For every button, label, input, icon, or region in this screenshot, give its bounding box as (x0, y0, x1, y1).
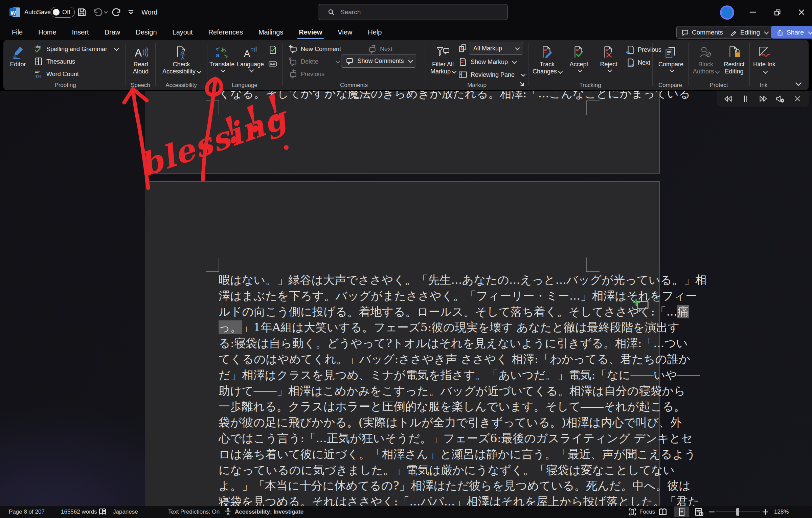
autosave-toggle[interactable]: Off (51, 0, 75, 24)
text-predictions-indicator[interactable]: Text Predictions: On (168, 506, 220, 518)
read-aloud-pause-button[interactable] (739, 92, 752, 106)
markup-state-icon (458, 43, 468, 54)
margin-new-comment-button[interactable] (632, 298, 650, 315)
previous-change-button[interactable]: Previous (625, 44, 661, 55)
chevron-down-icon (221, 68, 225, 72)
spelling-grammar-button[interactable]: abc Spelling and Grammar (34, 43, 122, 55)
tab-draw[interactable]: Draw (97, 24, 128, 40)
delete-comment-button[interactable]: Delete (288, 56, 339, 67)
margin-new-comment-icon (632, 298, 650, 313)
search-placeholder: Search (340, 8, 361, 16)
editor-icon (11, 45, 25, 60)
read-aloud-settings-button[interactable] (773, 92, 787, 106)
pause-icon (741, 94, 751, 104)
word-count-indicator[interactable]: 165562 words (61, 506, 97, 518)
read-aloud-next-button[interactable] (756, 92, 770, 106)
accessibility-person-icon (224, 508, 232, 516)
chevron-down-icon (715, 69, 720, 74)
show-comments-button[interactable]: Show Comments (341, 54, 416, 68)
web-layout-button[interactable] (694, 506, 704, 518)
delete-comment-icon (288, 57, 298, 66)
zoom-level[interactable]: 128% (774, 506, 789, 518)
next-comment-icon (367, 44, 377, 54)
read-mode-button[interactable] (658, 506, 668, 518)
tab-design[interactable]: Design (128, 24, 164, 40)
language-icon: A 가 (243, 45, 257, 60)
next-comment-button[interactable]: Next (367, 43, 392, 55)
minimize-button[interactable] (744, 0, 761, 24)
proofing-book-icon (98, 508, 107, 516)
comments-button[interactable]: Comments (676, 26, 728, 39)
zoom-slider-thumb[interactable] (736, 508, 739, 516)
new-comment-button[interactable]: New Comment (288, 43, 341, 55)
markup-view-select[interactable]: All Markup (469, 42, 523, 55)
undo-button[interactable] (93, 0, 108, 24)
set-proofing-language-button[interactable] (268, 44, 277, 55)
read-aloud-previous-button[interactable] (722, 92, 735, 106)
document-page-2[interactable]: 暇はない。」緑谷は大声でささやく。「先生...あなたの...えっと...バッグが… (145, 181, 660, 506)
word-count-icon: 123 (34, 69, 43, 79)
reviewing-pane-button[interactable]: Reviewing Pane (458, 69, 524, 81)
tab-insert[interactable]: Insert (64, 24, 97, 40)
page-indicator[interactable]: Page 8 of 207 (9, 506, 45, 518)
pages-markup-icon (458, 44, 468, 53)
chevron-down-icon (197, 69, 201, 74)
document-line: 澤はまぶたを下ろす。バッグがまたささやく。「フィーリー・ミー...」相澤はそれを… (219, 288, 587, 304)
customize-toolbar-icon (128, 9, 134, 15)
comments-icon (681, 29, 689, 36)
word-count-button[interactable]: 123 Word Count (34, 68, 79, 80)
language-indicator[interactable]: Japanese (113, 506, 138, 518)
quick-access-customize-button[interactable] (128, 0, 134, 24)
save-button[interactable] (77, 0, 87, 24)
tab-help[interactable]: Help (360, 24, 389, 40)
tab-review[interactable]: Review (291, 24, 330, 40)
document-line: 助けて――」相澤はこめかみをこすった。バッグが近づいてくる。相澤は自分の寝袋から (219, 383, 587, 399)
focus-mode-button[interactable]: Focus (628, 506, 655, 518)
editing-mode-button[interactable]: Editing (725, 26, 773, 39)
share-button[interactable]: Share (771, 26, 812, 39)
zoom-in-button[interactable] (762, 506, 769, 518)
collapse-ribbon-button[interactable] (794, 80, 803, 89)
chevron-down-icon (607, 68, 612, 72)
group-label-comments: Comments (282, 82, 426, 89)
highlighted-text: っ。 (219, 320, 242, 334)
group-label-ink: Ink (749, 82, 778, 89)
tab-file[interactable]: File (4, 24, 30, 40)
tab-view[interactable]: View (330, 24, 360, 40)
tab-mailings[interactable]: Mailings (251, 24, 291, 40)
print-layout-button[interactable] (674, 506, 689, 517)
tab-references[interactable]: References (201, 24, 251, 40)
tab-home[interactable]: Home (30, 24, 64, 40)
collapse-ribbon-icon (794, 80, 803, 88)
avatar[interactable] (720, 5, 734, 20)
spelling-icon: abc (34, 44, 43, 54)
next-change-button[interactable]: Next (625, 57, 650, 68)
show-markup-button[interactable]: Show Markup (458, 56, 516, 68)
tab-layout[interactable]: Layout (165, 24, 201, 40)
document-page-1[interactable]: くなる。そしてかすかな魔法のきらめきが放たれる。相澤:「...こんなことにかまっ… (145, 91, 660, 174)
highlighted-text: 痛 (677, 305, 689, 318)
proofing-errors-indicator[interactable] (98, 506, 107, 518)
search-input[interactable]: Search (318, 4, 508, 20)
redo-button[interactable] (112, 0, 122, 24)
accessibility-status[interactable]: Accessibility: Investigate (224, 506, 303, 518)
text-boundary-mark (204, 100, 219, 115)
plus-icon (762, 509, 769, 515)
undo-icon (93, 7, 103, 17)
ime-keyboard-button[interactable] (268, 58, 277, 70)
read-aloud-close-button[interactable] (791, 92, 804, 106)
previous-comment-icon (288, 69, 298, 79)
ribbon: Editor abc Spelling and Grammar Thesauru… (0, 40, 812, 91)
markup-dialog-launcher[interactable] (518, 81, 525, 89)
thesaurus-button[interactable]: Thesaurus (34, 56, 75, 67)
text-boundary-mark (586, 100, 601, 115)
avatar-image (722, 7, 732, 18)
restore-button[interactable] (769, 0, 786, 24)
zoom-out-button[interactable] (708, 506, 715, 518)
chevron-down-icon (808, 29, 812, 34)
status-bar: Page 8 of 207 165562 words Japanese Text… (0, 506, 812, 518)
close-button[interactable] (793, 0, 810, 24)
app-title: Word (141, 0, 157, 24)
skip-back-icon (723, 94, 734, 104)
previous-comment-button[interactable]: Previous (288, 68, 324, 80)
